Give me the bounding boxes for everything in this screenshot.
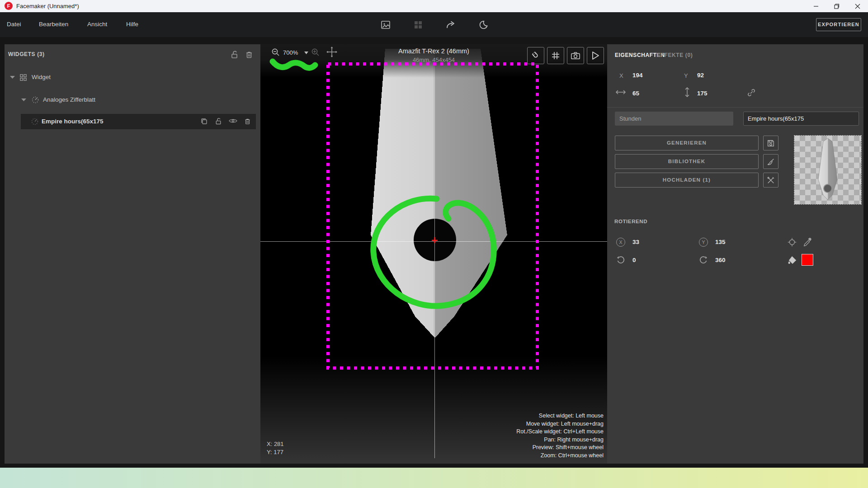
title-bar: F Facemaker (Unnamed*) [0, 0, 868, 12]
rotate-cw-icon [699, 256, 708, 265]
rotate-ccw-icon [616, 256, 625, 265]
dark-mode-moon-icon[interactable] [477, 19, 489, 31]
hint-line: Zoom: Ctrl+mouse wheel [516, 452, 604, 460]
x-value-field[interactable]: 194 [632, 72, 643, 79]
tab-effects[interactable]: EFFEKTE (0) [657, 52, 693, 58]
tree-label-empire-hours[interactable]: Empire hours(65x175 [42, 118, 104, 125]
menu-bar: Datei Bearbeiten Ansicht Hilfe EXPORTIER… [0, 12, 868, 37]
upload-button[interactable]: HOCHLADEN (1) [615, 173, 759, 188]
menu-datei[interactable]: Datei [7, 21, 21, 28]
hint-line: Preview: Shift+mouse wheel [516, 444, 604, 452]
save-preset-button[interactable] [763, 136, 778, 150]
height-arrow-icon [684, 87, 690, 98]
screenshot-camera-button[interactable] [567, 47, 584, 64]
y-label: Y [684, 72, 688, 79]
cursor-x: X: 281 [267, 440, 284, 448]
widgets-grid-icon[interactable] [412, 19, 424, 31]
hint-line: Pan: Right mouse+drag [516, 436, 604, 444]
divider [607, 107, 863, 108]
cursor-y: Y: 177 [267, 448, 284, 456]
minimize-button[interactable] [806, 0, 826, 12]
rotation-y-label: Y [699, 238, 708, 247]
background-image-icon[interactable] [380, 19, 392, 31]
y-value-field[interactable]: 92 [697, 72, 704, 79]
mouse-hints: Select widget: Left mouse Move widget: L… [516, 412, 604, 460]
export-button[interactable]: EXPORTIEREN [816, 18, 861, 31]
widgets-panel: WIDGETS (3) Widget Analoges Zifferblatt … [5, 44, 260, 464]
generate-button[interactable]: GENERIEREN [615, 136, 759, 150]
hint-line: Move widget: Left mouse+drag [516, 420, 604, 428]
unlock-all-icon[interactable] [230, 50, 240, 60]
delete-all-icon[interactable] [244, 50, 254, 60]
library-button[interactable]: BIBLIOTHEK [615, 154, 759, 169]
tools-button[interactable] [763, 173, 778, 188]
eyedropper-icon[interactable] [803, 237, 813, 247]
pick-center-target-icon[interactable] [787, 237, 797, 247]
grid-toggle-button[interactable] [547, 47, 564, 64]
close-button[interactable] [847, 0, 868, 12]
rotation-x-value-field[interactable]: 33 [632, 239, 639, 245]
rotation-section-title: ROTIEREND [614, 219, 647, 224]
caret-down-icon[interactable] [21, 98, 26, 102]
visibility-eye-icon[interactable] [229, 117, 237, 124]
editor-canvas[interactable]: 700% Amazfit T-Rex 2 (46mm) 46mm, 454x45… [260, 44, 607, 464]
width-value-field[interactable]: 65 [632, 90, 639, 97]
rotation-max-field[interactable]: 360 [715, 257, 726, 263]
link-dimensions-icon[interactable] [746, 88, 756, 98]
tree-row-analog-dial[interactable]: Analoges Zifferblatt [5, 94, 260, 107]
window-title: Facemaker (Unnamed*) [16, 3, 79, 9]
paint-bucket-icon[interactable] [787, 255, 798, 266]
hint-line: Select widget: Left mouse [516, 412, 604, 420]
share-arrow-icon[interactable] [445, 19, 457, 31]
green-annotation-circle [373, 198, 494, 306]
hand-layer-icon [31, 117, 39, 126]
widget-name-input[interactable]: Empire hours(65x175 [743, 112, 859, 126]
paint-brush-button[interactable] [763, 154, 778, 169]
tree-label-analog-dial[interactable]: Analoges Zifferblatt [43, 96, 95, 103]
delete-icon[interactable] [243, 117, 252, 126]
screen: F Facemaker (Unnamed*) Datei Bearbeiten … [0, 0, 868, 488]
facemaker-logo-icon: F [5, 2, 13, 10]
tree-row-widget[interactable]: Widget [5, 71, 260, 84]
selection-box [328, 64, 538, 368]
height-value-field[interactable]: 175 [697, 90, 708, 97]
width-arrow-icon [615, 89, 626, 95]
rotation-color-swatch[interactable] [802, 254, 813, 266]
restore-button[interactable] [826, 0, 847, 12]
menu-bearbeiten[interactable]: Bearbeiten [39, 21, 68, 28]
rotation-y-value-field[interactable]: 135 [715, 239, 726, 245]
unlock-icon[interactable] [214, 117, 223, 126]
taskbar: F 14:58 06.07.2023 [0, 468, 868, 488]
preview-play-button[interactable] [587, 47, 604, 64]
widgets-header: WIDGETS (3) [8, 51, 45, 57]
menu-ansicht[interactable]: Ansicht [87, 21, 107, 28]
duplicate-icon[interactable] [200, 117, 208, 126]
widget-type-select[interactable]: Stunden [615, 112, 733, 126]
hint-line: Rot./Scale widget: Ctrl+Left mouse [516, 428, 604, 436]
tree-row-empire-hours[interactable]: Empire hours(65x175 [21, 114, 256, 129]
hand-preview-thumbnail[interactable] [794, 136, 861, 204]
cursor-coordinates: X: 281 Y: 177 [267, 440, 284, 456]
rotation-x-label: X [616, 238, 625, 247]
analog-dial-icon [31, 96, 39, 104]
rotation-min-field[interactable]: 0 [632, 257, 636, 263]
magnet-snap-button[interactable] [527, 47, 544, 64]
tree-label-widget[interactable]: Widget [32, 74, 51, 80]
caret-down-icon[interactable] [10, 75, 15, 79]
menu-hilfe[interactable]: Hilfe [126, 21, 138, 28]
x-label: X [619, 72, 623, 79]
rotation-center-marker [432, 237, 438, 243]
properties-panel: EIGENSCHAFTEN EFFEKTE (0) X 194 Y 92 65 … [607, 44, 863, 464]
widget-grid-icon [19, 74, 27, 81]
